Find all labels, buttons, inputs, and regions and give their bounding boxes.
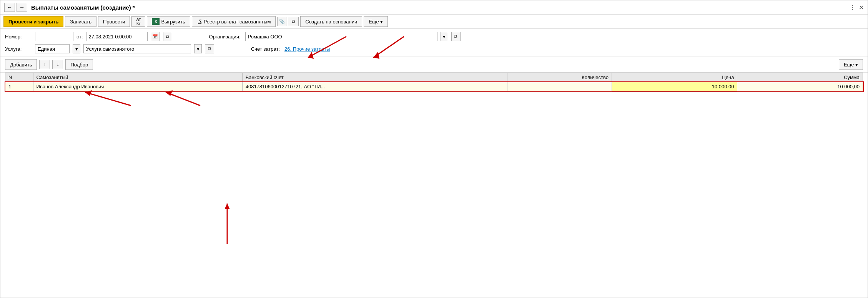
add-button[interactable]: Добавить (5, 59, 37, 70)
copy-button[interactable]: ⧉ (288, 17, 299, 26)
registry-button[interactable]: 🖨 Реестр выплат самозанятым (192, 16, 276, 27)
content-area: Номер: от: 📅 ⧉ Организация: ▾ ⧉ Услуга: … (0, 29, 868, 298)
number-input[interactable] (35, 32, 73, 41)
clip-icon: 📎 (279, 19, 285, 24)
at-kt-button[interactable]: Ат Кт (131, 16, 145, 27)
service-type-dropdown[interactable]: ▾ (73, 44, 80, 53)
org-copy-button[interactable]: ⧉ (451, 32, 461, 41)
number-label: Номер: (5, 34, 32, 40)
save-button[interactable]: Записать (65, 16, 96, 27)
form-section: Номер: от: 📅 ⧉ Организация: ▾ ⧉ Услуга: … (0, 29, 868, 57)
cell-n: 1 (5, 82, 33, 91)
window-controls: ⋮ ✕ (850, 4, 864, 11)
select-button[interactable]: Подбор (65, 59, 93, 70)
main-window: ← → Выплаты самозанятым (создание) * ⋮ ✕… (0, 0, 868, 298)
col-header-n: N (5, 73, 33, 82)
col-header-name: Самозанятый (33, 73, 242, 82)
service-name-input[interactable] (83, 44, 191, 53)
col-header-sum: Сумма (737, 73, 863, 82)
col-header-qty: Количество (507, 73, 612, 82)
excel-icon: X (152, 18, 160, 25)
cost-account-link[interactable]: 26. Прочие затраты (284, 46, 330, 52)
service-type-input[interactable] (35, 44, 70, 53)
export-button[interactable]: X Выгрузить (147, 16, 190, 27)
window-title: Выплаты самозанятым (создание) * (31, 4, 846, 11)
date-copy-button[interactable]: ⧉ (163, 32, 172, 41)
org-input[interactable] (245, 32, 437, 41)
copy-icon: ⧉ (292, 19, 295, 24)
cell-qty (507, 82, 612, 91)
cost-account-label: Счет затрат: (251, 46, 280, 52)
data-table: N Самозанятый Банковский счет Количество… (5, 73, 863, 91)
service-label: Услуга: (5, 46, 32, 52)
calendar-icon-button[interactable]: 📅 (151, 32, 160, 41)
cell-price[interactable]: 10 000,00 (612, 82, 737, 91)
cell-name: Иванов Александр Иванович (33, 82, 242, 91)
from-label: от: (76, 34, 83, 40)
move-up-button[interactable]: ↑ (39, 60, 50, 69)
table-container: N Самозанятый Банковский счет Количество… (0, 73, 868, 298)
cell-sum: 10 000,00 (737, 82, 863, 91)
date-input[interactable] (86, 32, 148, 41)
forward-button[interactable]: → (17, 3, 27, 12)
service-name-dropdown[interactable]: ▾ (194, 44, 202, 53)
attachment-button[interactable]: 📎 (277, 17, 286, 26)
move-down-button[interactable]: ↓ (52, 60, 63, 69)
toolbar-more-button[interactable]: Еще ▾ (364, 16, 388, 27)
title-bar: ← → Выплаты самозанятым (создание) * ⋮ ✕ (0, 0, 868, 15)
form-row-number: Номер: от: 📅 ⧉ Организация: ▾ ⧉ (5, 32, 863, 41)
action-bar: Добавить ↑ ↓ Подбор Еще ▾ (0, 57, 868, 73)
post-and-close-button[interactable]: Провести и закрыть (3, 16, 63, 27)
action-more-button[interactable]: Еще ▾ (839, 59, 863, 70)
col-header-price: Цена (612, 73, 737, 82)
cell-bank: 40817810600012710721, АО "ТИ... (242, 82, 507, 91)
service-copy-button[interactable]: ⧉ (205, 44, 214, 53)
table-header-row: N Самозанятый Банковский счет Количество… (5, 73, 863, 82)
back-button[interactable]: ← (4, 3, 15, 12)
more-options-icon[interactable]: ⋮ (850, 4, 856, 11)
org-label: Организация: (209, 34, 241, 40)
table-row[interactable]: 1 Иванов Александр Иванович 408178106000… (5, 82, 863, 91)
post-button[interactable]: Провести (98, 16, 130, 27)
form-row-service: Услуга: ▾ ▾ ⧉ Счет затрат: 26. Прочие за… (5, 44, 863, 53)
printer-icon: 🖨 (197, 18, 202, 25)
toolbar: Провести и закрыть Записать Провести Ат … (0, 15, 868, 29)
close-icon[interactable]: ✕ (859, 4, 864, 11)
create-based-button[interactable]: Создать на основании (300, 16, 362, 27)
col-header-bank: Банковский счет (242, 73, 507, 82)
org-dropdown-button[interactable]: ▾ (441, 32, 448, 41)
nav-buttons: ← → (4, 3, 27, 12)
